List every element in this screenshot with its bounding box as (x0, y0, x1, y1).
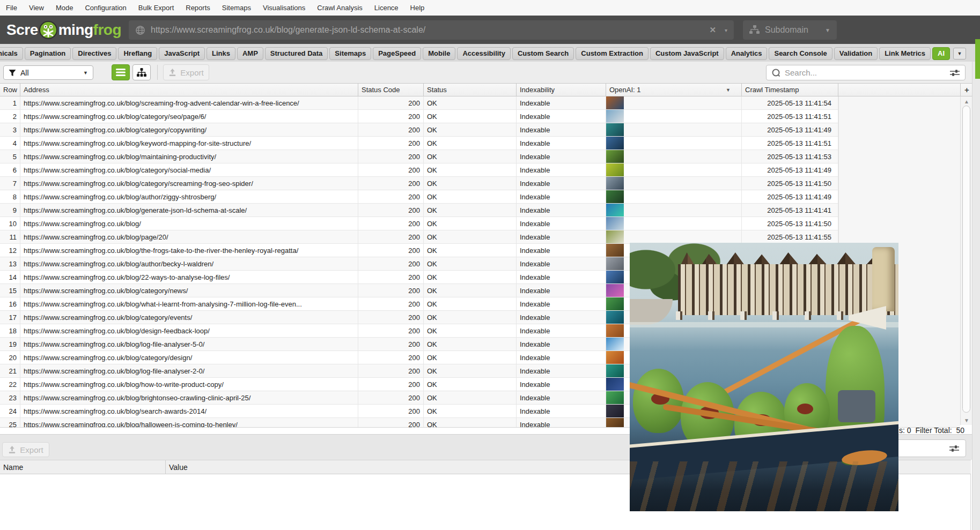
openai-thumbnail[interactable] (606, 244, 624, 257)
bottom-search-sliders-icon[interactable] (949, 445, 959, 452)
menu-item-licence[interactable]: Licence (369, 0, 404, 16)
tab-pagespeed[interactable]: PageSpeed (373, 47, 421, 60)
openai-thumbnail[interactable] (606, 163, 624, 176)
menu-item-crawl-analysis[interactable]: Crawl Analysis (311, 0, 369, 16)
openai-thumbnail[interactable] (606, 190, 624, 203)
url-history-caret-icon[interactable]: ▾ (725, 27, 727, 33)
tab-structured-data[interactable]: Structured Data (265, 47, 328, 60)
menu-item-mode[interactable]: Mode (50, 0, 79, 16)
openai-thumbnail[interactable] (606, 257, 624, 270)
tree-view-button[interactable] (132, 64, 151, 80)
tab-hreflang[interactable]: Hreflang (118, 47, 157, 60)
openai-thumbnail[interactable] (606, 418, 624, 427)
url-clear-icon[interactable]: ✕ (709, 25, 716, 35)
table-row[interactable]: 9https://www.screamingfrog.co.uk/blog/ge… (0, 204, 838, 217)
tab-links[interactable]: Links (207, 47, 235, 60)
tab-nicals[interactable]: nicals (0, 47, 23, 60)
menu-item-configuration[interactable]: Configuration (79, 0, 132, 16)
column-header-status-code[interactable]: Status Code (358, 84, 424, 96)
openai-thumbnail[interactable] (606, 217, 624, 230)
tab-overflow-chevron-icon[interactable]: ▼ (953, 48, 966, 59)
vertical-scrollbar[interactable]: ▲ ▼ (960, 96, 972, 425)
column-header-row[interactable]: Row (0, 84, 20, 96)
tab-mobile[interactable]: Mobile (423, 47, 455, 60)
tab-javascript[interactable]: JavaScript (159, 47, 205, 60)
openai-thumbnail[interactable] (606, 271, 624, 283)
url-text[interactable]: https://www.screamingfrog.co.uk/blog/gen… (151, 25, 709, 35)
scroll-down-icon[interactable]: ▼ (961, 416, 972, 424)
tab-sitemaps[interactable]: Sitemaps (329, 47, 371, 60)
openai-thumbnail[interactable] (606, 351, 624, 364)
openai-thumbnail[interactable] (606, 110, 624, 123)
tab-directives[interactable]: Directives (72, 47, 116, 60)
cell-address: https://www.screamingfrog.co.uk/blog/scr… (20, 96, 358, 109)
crawl-mode-dropdown[interactable]: Subdomain ▼ (743, 20, 837, 40)
openai-thumbnail[interactable] (606, 364, 624, 377)
openai-thumbnail[interactable] (606, 137, 624, 150)
openai-thumbnail[interactable] (606, 405, 624, 417)
column-header-indexability[interactable]: Indexability (517, 84, 606, 96)
table-row[interactable]: 2https://www.screamingfrog.co.uk/blog/ca… (0, 110, 838, 123)
openai-thumbnail[interactable] (606, 150, 624, 163)
tab-analytics[interactable]: Analytics (726, 47, 768, 60)
column-header-status[interactable]: Status (424, 84, 517, 96)
menu-item-visualisations[interactable]: Visualisations (257, 0, 311, 16)
menu-item-bulk-export[interactable]: Bulk Export (132, 0, 180, 16)
openai-thumbnail[interactable] (606, 177, 624, 190)
openai-thumbnail[interactable] (606, 311, 624, 324)
list-view-button[interactable] (112, 64, 130, 80)
tab-custom-search[interactable]: Custom Search (512, 47, 574, 60)
openai-thumbnail[interactable] (606, 338, 624, 350)
menu-item-file[interactable]: File (0, 0, 23, 16)
table-row[interactable]: 4https://www.screamingfrog.co.uk/blog/ke… (0, 137, 838, 150)
table-row[interactable]: 5https://www.screamingfrog.co.uk/blog/ma… (0, 150, 838, 163)
detail-column-header-name[interactable]: Name (0, 460, 166, 474)
openai-thumbnail[interactable] (606, 123, 624, 136)
openai-thumbnail[interactable] (606, 230, 624, 243)
filter-dropdown[interactable]: All ▼ (3, 65, 93, 80)
table-row[interactable]: 6https://www.screamingfrog.co.uk/blog/ca… (0, 163, 838, 177)
menu-item-reports[interactable]: Reports (180, 0, 216, 16)
table-row[interactable]: 10https://www.screamingfrog.co.uk/blog/2… (0, 217, 838, 230)
openai-thumbnail[interactable] (606, 324, 624, 337)
url-input[interactable]: https://www.screamingfrog.co.uk/blog/gen… (129, 20, 734, 40)
openai-thumbnail[interactable] (606, 284, 624, 297)
search-options-sliders-icon[interactable] (950, 69, 960, 77)
menu-item-sitemaps[interactable]: Sitemaps (216, 0, 257, 16)
tab-amp[interactable]: AMP (237, 47, 263, 60)
search-input[interactable]: Search... (766, 65, 966, 80)
tab-pagination[interactable]: Pagination (25, 47, 71, 60)
tab-custom-javascript[interactable]: Custom JavaScript (650, 47, 724, 60)
table-row[interactable]: 8https://www.screamingfrog.co.uk/blog/au… (0, 190, 838, 204)
tab-validation[interactable]: Validation (834, 47, 878, 60)
cell-status: OK (424, 230, 517, 243)
tab-accessibility[interactable]: Accessibility (457, 47, 511, 60)
tab-custom-extraction[interactable]: Custom Extraction (576, 47, 649, 60)
tab-search-console[interactable]: Search Console (769, 47, 832, 60)
table-row[interactable]: 11https://www.screamingfrog.co.uk/blog/p… (0, 230, 838, 244)
menu-item-help[interactable]: Help (404, 0, 431, 16)
openai-thumbnail[interactable] (606, 204, 624, 217)
openai-thumbnail[interactable] (606, 297, 624, 310)
bottom-export-button[interactable]: Export (2, 442, 49, 457)
menu-bar: FileViewModeConfigurationBulk ExportRepo… (0, 0, 980, 16)
column-header-address[interactable]: Address (20, 84, 358, 96)
cell-status_code: 200 (358, 338, 424, 350)
tab-ai[interactable]: AI (932, 47, 950, 60)
cell-status: OK (424, 137, 517, 150)
table-row[interactable]: 3https://www.screamingfrog.co.uk/blog/ca… (0, 123, 838, 137)
openai-thumbnail[interactable] (606, 391, 624, 404)
table-row[interactable]: 1https://www.screamingfrog.co.uk/blog/sc… (0, 96, 838, 110)
scrollbar-thumb[interactable] (962, 106, 970, 413)
ai-image-preview[interactable] (630, 243, 898, 511)
column-header-openai-1[interactable]: OpenAI: 1▼ (606, 84, 742, 96)
scroll-up-icon[interactable]: ▲ (961, 98, 972, 105)
tab-link-metrics[interactable]: Link Metrics (879, 47, 931, 60)
column-header-crawl-timestamp[interactable]: Crawl Timestamp (742, 84, 838, 96)
table-row[interactable]: 7https://www.screamingfrog.co.uk/blog/ca… (0, 177, 838, 190)
menu-item-view[interactable]: View (23, 0, 50, 16)
openai-thumbnail[interactable] (606, 378, 624, 391)
cell-status_code: 200 (358, 284, 424, 297)
openai-thumbnail[interactable] (606, 96, 624, 109)
export-button[interactable]: Export (163, 64, 209, 80)
